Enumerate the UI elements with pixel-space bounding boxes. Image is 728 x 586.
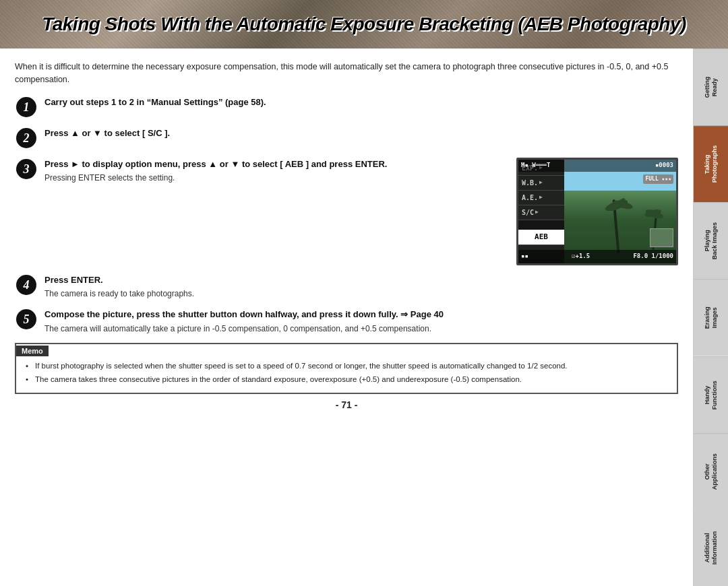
step-3-sub: Pressing ENTER selects the setting. [44, 172, 507, 184]
memo-content: If burst photography is selected when th… [16, 356, 677, 393]
svg-text:5: 5 [24, 313, 30, 326]
step-2-text: Press ▲ or ▼ to select [ S/C ]. [44, 128, 170, 138]
lcd-exposure: ☑+1.5 [572, 252, 590, 261]
step-1-icon: 1 [15, 96, 38, 119]
memo-item-1: If burst photography is selected when th… [26, 360, 667, 372]
step-4-text: Press ENTER. [44, 275, 103, 285]
lcd-menu-wb: W.B.▶ [518, 176, 564, 191]
sidebar-tab-other[interactable]: OtherApplications [694, 433, 728, 510]
step-1-content: Carry out steps 1 to 2 in “Manual Settin… [44, 96, 678, 109]
step-1: 1 Carry out steps 1 to 2 in “Manual Sett… [15, 96, 678, 119]
lcd-thumbnail [650, 228, 673, 247]
svg-text:1: 1 [24, 100, 30, 114]
step-5-content: Compose the picture, press the shutter b… [44, 308, 678, 335]
memo-item-2: The camera takes three consecutive pictu… [26, 374, 667, 385]
sidebar-tab-playing-back[interactable]: PlayingBack Images [694, 202, 728, 279]
step-3-text-block: Press ► to display option menu, press ▲ … [44, 158, 507, 185]
lcd-battery: ▪▪ [521, 252, 528, 261]
page-title: Taking Shots With the Automatic Exposure… [42, 13, 686, 35]
memo-header: Memo [16, 346, 49, 356]
svg-text:2: 2 [23, 131, 30, 145]
step-3-inner: Press ► to display option menu, press ▲ … [44, 158, 678, 265]
lcd-mode-indicator: M▪ W═══T [521, 161, 550, 170]
step-3-icon: 3 [15, 158, 38, 181]
step-2-content: Press ▲ or ▼ to select [ S/C ]. [44, 127, 678, 140]
sidebar-tab-taking-photos[interactable]: TakingPhotographs [694, 125, 728, 202]
lcd-menu-ae: A.E.▶ [518, 191, 564, 205]
lcd-full-badge: FULL ★★★ [643, 174, 673, 184]
step-5-icon: 5 [15, 308, 38, 331]
lcd-menu-spacer [518, 220, 564, 230]
step-2-icon: 2 [15, 127, 38, 150]
intro-text: When it is difficult to determine the ne… [15, 61, 678, 86]
step-3-content: Press ► to display option menu, press ▲ … [44, 158, 678, 265]
step-5-text: Compose the picture, press the shutter b… [44, 309, 444, 319]
page-number: - 71 - [15, 399, 678, 413]
lcd-menu-aeb: AEB [518, 230, 564, 246]
step-1-text: Carry out steps 1 to 2 in “Manual Settin… [44, 97, 266, 107]
lcd-bottom-bar: ▪▪ ☑+1.5 F8.0 1/1000 [518, 250, 676, 263]
step-4-icon: 4 [15, 273, 38, 296]
page-header: Taking Shots With the Automatic Exposure… [0, 0, 728, 48]
lcd-status-bar: M▪ W═══T ▪0003 [518, 160, 676, 172]
step-2: 2 Press ▲ or ▼ to select [ S/C ]. [15, 127, 678, 150]
main-layout: When it is difficult to determine the ne… [0, 48, 728, 586]
sidebar-tab-additional[interactable]: AdditionalInformation [694, 510, 728, 586]
memo-box: Memo If burst photography is selected wh… [15, 343, 678, 395]
step-4-sub: The camera is ready to take photographs. [44, 288, 678, 300]
memo-list: If burst photography is selected when th… [26, 360, 667, 386]
lcd-shot-count: ▪0003 [655, 161, 673, 170]
sidebar-tab-handy[interactable]: HandyFunctions [694, 356, 728, 433]
lcd-menu-sc: S/C▶ [518, 205, 564, 220]
step-5-sub: The camera will automatically take a pic… [44, 323, 678, 335]
lcd-settings: F8.0 1/1000 [633, 252, 673, 261]
step-3: 3 Press ► to display option menu, press … [15, 158, 678, 265]
svg-text:3: 3 [23, 162, 30, 176]
step-4: 4 Press ENTER. The camera is ready to ta… [15, 273, 678, 300]
content-area: When it is difficult to determine the ne… [0, 48, 693, 586]
right-sidebar: GettingReady TakingPhotographs PlayingBa… [693, 48, 728, 586]
sidebar-tab-erasing[interactable]: ErasingImages [694, 279, 728, 356]
camera-lcd: EXP.▶ W.B.▶ A.E.▶ S/C▶ AEB M▪ W═══T ▪000… [516, 158, 678, 265]
lcd-menu: EXP.▶ W.B.▶ A.E.▶ S/C▶ AEB [518, 160, 564, 263]
sidebar-tab-getting-ready[interactable]: GettingReady [694, 48, 728, 125]
svg-text:4: 4 [23, 278, 30, 292]
step-3-text: Press ► to display option menu, press ▲ … [44, 159, 387, 169]
step-4-content: Press ENTER. The camera is ready to take… [44, 273, 678, 300]
step-5: 5 Compose the picture, press the shutter… [15, 308, 678, 335]
